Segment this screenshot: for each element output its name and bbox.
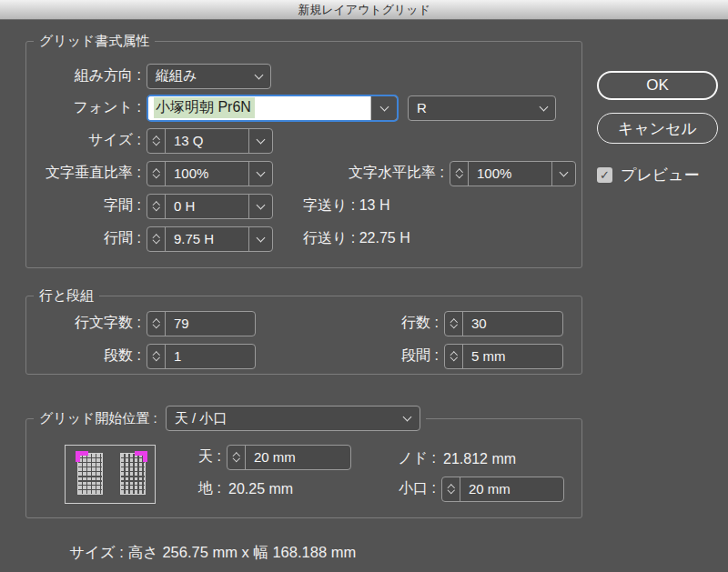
char-spacing-value[interactable]: 0 H [166, 195, 248, 218]
chevron-down-icon [379, 102, 389, 111]
char-feed-label: 字送り : [303, 197, 355, 213]
horizontal-scale-field[interactable]: 100% [450, 161, 576, 186]
vertical-scale-value[interactable]: 100% [166, 162, 248, 186]
char-spacing-label: 字間 : [26, 196, 141, 216]
grid-format-section: グリッド書式属性 組み方向 : 縦組み フォント : 小塚明朝 Pr6N R [25, 41, 582, 268]
top-margin-stepper[interactable] [228, 446, 246, 469]
line-spacing-value[interactable]: 9.75 H [166, 227, 248, 251]
grid-start-dropdown-button[interactable] [396, 406, 420, 430]
top-margin-field[interactable]: 20 mm [227, 445, 351, 470]
column-gap-value[interactable]: 5 mm [463, 345, 562, 368]
horizontal-scale-value[interactable]: 100% [469, 162, 551, 186]
column-count-stepper[interactable] [147, 345, 166, 368]
chevron-down-icon [254, 70, 263, 79]
font-combobox[interactable]: 小塚明朝 Pr6N [147, 95, 399, 122]
grid-page-right [120, 453, 146, 495]
font-style-select[interactable]: R [408, 95, 556, 121]
ok-button[interactable]: OK [597, 71, 718, 100]
line-count-value[interactable]: 30 [463, 312, 562, 336]
direction-select[interactable]: 縦組み [147, 64, 271, 89]
grid-page-left [77, 453, 103, 495]
column-gap-stepper[interactable] [445, 345, 463, 368]
font-label: フォント : [26, 98, 141, 117]
font-selected-text[interactable]: 小塚明朝 Pr6N [154, 97, 255, 118]
bottom-margin-value: 20.25 mm [228, 481, 293, 497]
column-gap-field[interactable]: 5 mm [444, 344, 563, 369]
line-count-label: 行数 : [256, 314, 439, 333]
fore-edge-stepper[interactable] [442, 477, 460, 501]
line-feed-text: 行送り : 22.75 H [303, 229, 410, 248]
fore-edge-label: 小口 : [389, 479, 436, 498]
column-count-label: 段数 : [26, 346, 141, 366]
font-dropdown-button[interactable] [370, 96, 397, 120]
gutter-edge-value: 21.812 mm [443, 451, 516, 467]
chevron-down-icon [560, 167, 569, 176]
line-count-field[interactable]: 30 [444, 311, 563, 336]
line-count-stepper[interactable] [445, 312, 463, 336]
line-spacing-field[interactable]: 9.75 H [147, 226, 273, 252]
grid-start-legend: グリッド開始位置 : 天 / 小口 [34, 406, 426, 431]
size-dropdown-button[interactable] [248, 129, 272, 153]
horizontal-scale-stepper[interactable] [450, 162, 469, 186]
chars-per-line-value[interactable]: 79 [166, 312, 255, 336]
font-style-dropdown-button[interactable] [531, 96, 555, 120]
column-gap-label: 段間 : [256, 346, 439, 366]
dialog-titlebar[interactable]: 新規レイアウトグリッド [0, 0, 728, 20]
chars-per-line-field[interactable]: 79 [147, 311, 256, 336]
vertical-scale-stepper[interactable] [147, 162, 166, 186]
cancel-button-label: キャンセル [618, 118, 697, 139]
char-spacing-field[interactable]: 0 H [147, 194, 273, 219]
font-input[interactable]: 小塚明朝 Pr6N [148, 96, 370, 120]
vertical-scale-label: 文字垂直比率 : [26, 164, 141, 183]
direction-dropdown-button[interactable] [247, 65, 270, 88]
chevron-down-icon [257, 167, 266, 176]
cancel-button[interactable]: キャンセル [597, 113, 718, 144]
computed-size-text: サイズ : 高さ 256.75 mm x 幅 168.188 mm [69, 543, 356, 563]
chevron-down-icon [403, 413, 412, 422]
size-stepper[interactable] [147, 129, 166, 153]
char-spacing-dropdown-button[interactable] [248, 195, 272, 218]
chevron-down-icon [257, 200, 266, 209]
char-spacing-stepper[interactable] [147, 195, 166, 218]
chevron-down-icon [539, 102, 548, 111]
chars-per-line-stepper[interactable] [147, 312, 166, 336]
column-count-field[interactable]: 1 [147, 344, 256, 369]
dialog-title: 新規レイアウトグリッド [298, 2, 430, 18]
chars-per-line-label: 行文字数 : [26, 314, 141, 333]
rows-columns-section: 行と段組 行文字数 : 79 行数 : 30 段数 : 1 段間 : 5 mm [25, 296, 582, 375]
preview-checkbox[interactable]: ✓ [597, 167, 612, 183]
fore-edge-field[interactable]: 20 mm [441, 477, 564, 502]
font-style-value[interactable]: R [409, 96, 531, 120]
size-value[interactable]: 13 Q [166, 129, 248, 153]
grid-start-label: グリッド開始位置 : [39, 410, 157, 427]
line-feed-value: 22.75 H [359, 230, 410, 246]
grid-start-section: グリッド開始位置 : 天 / 小口 天 : 20 mm 地 : [25, 418, 582, 518]
fore-edge-value[interactable]: 20 mm [460, 477, 563, 501]
top-margin-label: 天 : [188, 447, 221, 467]
size-field[interactable]: 13 Q [147, 128, 273, 154]
vertical-scale-dropdown-button[interactable] [248, 162, 272, 186]
vertical-scale-field[interactable]: 100% [147, 161, 273, 186]
column-count-value[interactable]: 1 [166, 345, 255, 368]
grid-start-marker [76, 451, 88, 462]
grid-start-select[interactable]: 天 / 小口 [166, 406, 420, 431]
size-label: サイズ : [26, 131, 141, 150]
direction-value[interactable]: 縦組み [147, 65, 247, 88]
line-spacing-label: 行間 : [26, 229, 141, 248]
top-margin-value[interactable]: 20 mm [246, 446, 350, 469]
grid-start-value[interactable]: 天 / 小口 [167, 406, 396, 430]
chevron-down-icon [257, 135, 266, 144]
gutter-edge-label: ノド : [389, 449, 436, 468]
rows-columns-legend: 行と段組 [34, 287, 99, 305]
line-spacing-stepper[interactable] [147, 227, 166, 251]
preview-checkbox-row[interactable]: ✓ プレビュー [597, 165, 700, 186]
ok-button-label: OK [646, 76, 669, 95]
new-layout-grid-dialog: 新規レイアウトグリッド グリッド書式属性 組み方向 : 縦組み フォント : 小… [0, 0, 728, 572]
checkmark-icon: ✓ [600, 168, 610, 182]
chevron-down-icon [257, 233, 266, 242]
horizontal-scale-dropdown-button[interactable] [551, 162, 575, 186]
line-spacing-dropdown-button[interactable] [248, 227, 272, 251]
direction-label: 組み方向 : [26, 66, 141, 85]
line-feed-label: 行送り : [303, 230, 355, 246]
preview-checkbox-label: プレビュー [621, 165, 700, 186]
